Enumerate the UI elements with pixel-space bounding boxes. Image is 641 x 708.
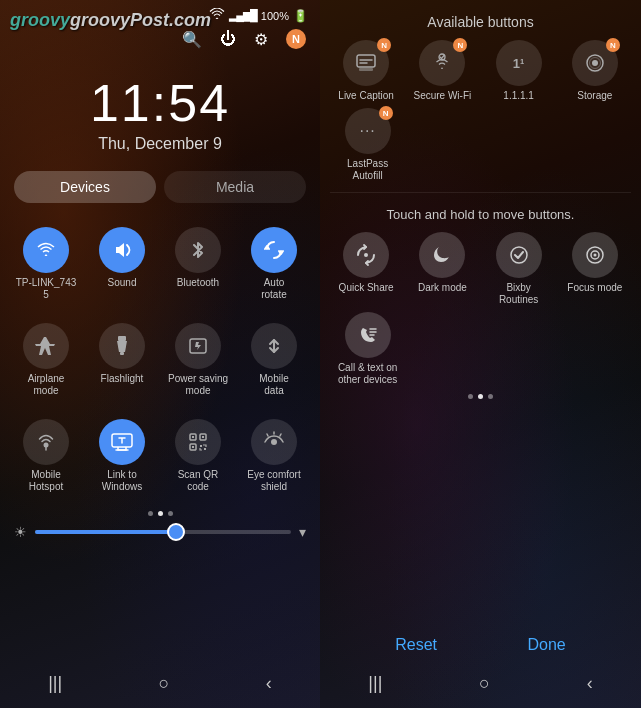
- clock-date: Thu, December 9: [0, 135, 320, 153]
- mobile-data-label: Mobiledata: [259, 373, 288, 397]
- airplane-label: Airplanemode: [28, 373, 65, 397]
- power-icon[interactable]: ⏻: [220, 30, 236, 48]
- tile-hotspot[interactable]: MobileHotspot: [10, 411, 82, 499]
- wifi-icon: [209, 8, 225, 23]
- eye-comfort-label: Eye comfortshield: [247, 469, 300, 493]
- right-content: Available buttons N Live Caption: [320, 0, 641, 399]
- left-nav-bar: ||| ○ ‹: [0, 663, 320, 708]
- bluetooth-tile-icon: [175, 227, 221, 273]
- active-tile-call-text[interactable]: Call & text onother devices: [330, 312, 405, 386]
- flashlight-label: Flashlight: [101, 373, 144, 385]
- active-tile-quick-share[interactable]: Quick Share: [330, 232, 402, 306]
- active-tile-bixby[interactable]: BixbyRoutines: [483, 232, 555, 306]
- tab-devices[interactable]: Devices: [14, 171, 156, 203]
- sound-tile-icon: [99, 227, 145, 273]
- power-saving-tile-icon: [175, 323, 221, 369]
- call-text-row: Call & text onother devices: [320, 306, 641, 386]
- back-button[interactable]: ‹: [266, 673, 272, 694]
- right-dot-3: [488, 394, 493, 399]
- avail-tile-1111[interactable]: 1¹ 1.1.1.1: [483, 40, 555, 102]
- avail-tile-storage[interactable]: N Storage: [559, 40, 631, 102]
- right-recents-button[interactable]: |||: [368, 673, 382, 694]
- notification-icon[interactable]: N: [286, 29, 306, 49]
- svg-rect-8: [192, 436, 194, 438]
- right-back-button[interactable]: ‹: [587, 673, 593, 694]
- 1111-label: 1.1.1.1: [503, 90, 534, 102]
- quick-share-label: Quick Share: [339, 282, 394, 294]
- signal-bars: ▂▄▆█: [229, 9, 257, 22]
- recents-button[interactable]: |||: [48, 673, 62, 694]
- dark-mode-icon: [419, 232, 465, 278]
- done-button[interactable]: Done: [528, 636, 566, 654]
- active-tile-dark-mode[interactable]: Dark mode: [406, 232, 478, 306]
- tile-link-windows[interactable]: Link toWindows: [86, 411, 158, 499]
- mobile-data-tile-icon: [251, 323, 297, 369]
- dot-3: [168, 511, 173, 516]
- wifi-label: TP-LINK_7435: [16, 277, 77, 301]
- tile-wifi[interactable]: TP-LINK_7435: [10, 219, 82, 307]
- flashlight-tile-icon: [99, 323, 145, 369]
- tab-media[interactable]: Media: [164, 171, 306, 203]
- right-nav-bar: ||| ○ ‹: [320, 663, 641, 708]
- airplane-tile-icon: [23, 323, 69, 369]
- brightness-control: ☀ ▾: [0, 520, 320, 544]
- svg-point-11: [271, 439, 277, 445]
- right-panel: Available buttons N Live Caption: [320, 0, 641, 708]
- avail-tile-lastpass[interactable]: ··· N LastPassAutofill: [330, 108, 405, 182]
- device-media-tabs: Devices Media: [14, 171, 306, 203]
- tile-flashlight[interactable]: Flashlight: [86, 315, 158, 403]
- hotspot-tile-icon: [23, 419, 69, 465]
- wifi-tile-icon: [23, 227, 69, 273]
- call-text-label: Call & text onother devices: [338, 362, 397, 386]
- svg-rect-12: [357, 55, 375, 67]
- rotate-tile-icon: [251, 227, 297, 273]
- call-text-icon: [345, 312, 391, 358]
- auto-rotate-label: Autorotate: [261, 277, 287, 301]
- home-button[interactable]: ○: [159, 673, 170, 694]
- clock-time: 11:54: [0, 73, 320, 133]
- settings-icon[interactable]: ⚙: [254, 30, 268, 49]
- link-windows-tile-icon: [99, 419, 145, 465]
- lastpass-row: ··· N LastPassAutofill: [320, 102, 641, 182]
- secure-wifi-icon: N: [419, 40, 465, 86]
- brightness-slider[interactable]: [35, 530, 291, 534]
- avail-tile-live-caption[interactable]: N Live Caption: [330, 40, 402, 102]
- tile-auto-rotate[interactable]: Autorotate: [238, 219, 310, 307]
- tile-power-saving[interactable]: Power savingmode: [162, 315, 234, 403]
- sound-label: Sound: [108, 277, 137, 289]
- tile-sound[interactable]: Sound: [86, 219, 158, 307]
- avail-tile-secure-wifi[interactable]: N Secure Wi-Fi: [406, 40, 478, 102]
- quick-tiles-grid-row3: MobileHotspot Link toWindows: [0, 407, 320, 503]
- active-tile-focus[interactable]: Focus mode: [559, 232, 631, 306]
- power-saving-label: Power savingmode: [168, 373, 228, 397]
- reset-button[interactable]: Reset: [395, 636, 437, 654]
- live-caption-badge: N: [377, 38, 391, 52]
- dot-1: [148, 511, 153, 516]
- expand-icon[interactable]: ▾: [299, 524, 306, 540]
- svg-rect-0: [118, 336, 126, 341]
- right-home-button[interactable]: ○: [479, 673, 490, 694]
- right-dot-1: [468, 394, 473, 399]
- quick-tiles-grid: TP-LINK_7435 Sound Bluetooth: [0, 215, 320, 311]
- tile-eye-comfort[interactable]: Eye comfortshield: [238, 411, 310, 499]
- search-icon[interactable]: 🔍: [182, 30, 202, 49]
- tile-qr[interactable]: Scan QRcode: [162, 411, 234, 499]
- tile-mobile-data[interactable]: Mobiledata: [238, 315, 310, 403]
- battery-icon: 🔋: [293, 9, 308, 23]
- lastpass-icon: ··· N: [345, 108, 391, 154]
- quick-tiles-grid-row2: Airplanemode Flashlight Power savingmod: [0, 311, 320, 407]
- lastpass-label: LastPassAutofill: [347, 158, 388, 182]
- focus-label: Focus mode: [567, 282, 622, 294]
- qr-tile-icon: [175, 419, 221, 465]
- brightness-fill: [35, 530, 176, 534]
- secure-wifi-badge: N: [453, 38, 467, 52]
- available-grid: N Live Caption N Secure Wi-Fi: [320, 40, 641, 102]
- svg-rect-13: [359, 68, 373, 71]
- time-display: 11:54 Thu, December 9: [0, 73, 320, 153]
- brightness-thumb[interactable]: [167, 523, 185, 541]
- watermark: groovygroovyPost.comgroovyPost.com: [10, 10, 211, 31]
- page-dots: [0, 511, 320, 516]
- bluetooth-label: Bluetooth: [177, 277, 219, 289]
- tile-airplane[interactable]: Airplanemode: [10, 315, 82, 403]
- tile-bluetooth[interactable]: Bluetooth: [162, 219, 234, 307]
